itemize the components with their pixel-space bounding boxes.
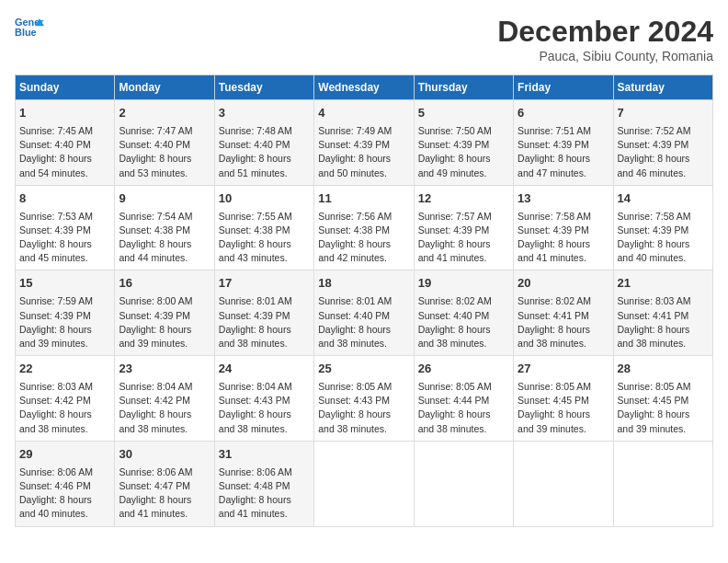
location-subtitle: Pauca, Sibiu County, Romania bbox=[497, 49, 713, 63]
calendar-cell: 6Sunrise: 7:51 AM Sunset: 4:39 PM Daylig… bbox=[514, 100, 613, 186]
weekday-header-wednesday: Wednesday bbox=[314, 75, 414, 100]
day-info: Sunrise: 8:01 AM Sunset: 4:39 PM Dayligh… bbox=[219, 294, 310, 350]
calendar-cell: 21Sunrise: 8:03 AM Sunset: 4:41 PM Dayli… bbox=[613, 270, 712, 356]
calendar-cell: 8Sunrise: 7:53 AM Sunset: 4:39 PM Daylig… bbox=[16, 185, 115, 270]
calendar-table: SundayMondayTuesdayWednesdayThursdayFrid… bbox=[15, 75, 713, 527]
calendar-body: 1Sunrise: 7:45 AM Sunset: 4:40 PM Daylig… bbox=[16, 100, 713, 527]
day-number: 24 bbox=[219, 361, 310, 378]
day-info: Sunrise: 8:05 AM Sunset: 4:43 PM Dayligh… bbox=[318, 380, 409, 436]
day-info: Sunrise: 7:58 AM Sunset: 4:39 PM Dayligh… bbox=[518, 210, 609, 266]
calendar-cell: 30Sunrise: 8:06 AM Sunset: 4:47 PM Dayli… bbox=[115, 441, 214, 526]
day-number: 26 bbox=[418, 361, 509, 378]
calendar-cell: 19Sunrise: 8:02 AM Sunset: 4:40 PM Dayli… bbox=[414, 270, 513, 356]
day-number: 3 bbox=[219, 105, 310, 122]
day-info: Sunrise: 8:06 AM Sunset: 4:47 PM Dayligh… bbox=[119, 465, 210, 522]
day-number: 10 bbox=[219, 190, 310, 208]
day-number: 12 bbox=[418, 190, 509, 208]
day-number: 27 bbox=[518, 361, 609, 378]
logo: General Blue bbox=[15, 15, 44, 40]
day-number: 16 bbox=[119, 275, 210, 293]
day-info: Sunrise: 8:04 AM Sunset: 4:43 PM Dayligh… bbox=[219, 380, 310, 436]
calendar-header-row: SundayMondayTuesdayWednesdayThursdayFrid… bbox=[16, 75, 713, 100]
day-info: Sunrise: 7:47 AM Sunset: 4:40 PM Dayligh… bbox=[119, 124, 210, 180]
calendar-cell: 27Sunrise: 8:05 AM Sunset: 4:45 PM Dayli… bbox=[514, 356, 613, 442]
calendar-cell: 9Sunrise: 7:54 AM Sunset: 4:38 PM Daylig… bbox=[115, 185, 214, 270]
day-number: 13 bbox=[518, 190, 609, 208]
day-info: Sunrise: 8:02 AM Sunset: 4:41 PM Dayligh… bbox=[518, 294, 609, 350]
day-info: Sunrise: 7:51 AM Sunset: 4:39 PM Dayligh… bbox=[518, 124, 609, 180]
calendar-week-3: 15Sunrise: 7:59 AM Sunset: 4:39 PM Dayli… bbox=[16, 270, 713, 356]
day-info: Sunrise: 8:00 AM Sunset: 4:39 PM Dayligh… bbox=[119, 294, 210, 350]
calendar-cell: 1Sunrise: 7:45 AM Sunset: 4:40 PM Daylig… bbox=[16, 100, 115, 186]
calendar-cell: 15Sunrise: 7:59 AM Sunset: 4:39 PM Dayli… bbox=[16, 270, 115, 356]
calendar-cell bbox=[314, 441, 414, 526]
day-number: 6 bbox=[518, 105, 609, 122]
day-info: Sunrise: 8:05 AM Sunset: 4:45 PM Dayligh… bbox=[518, 380, 609, 436]
day-info: Sunrise: 8:05 AM Sunset: 4:45 PM Dayligh… bbox=[618, 380, 709, 436]
calendar-week-5: 29Sunrise: 8:06 AM Sunset: 4:46 PM Dayli… bbox=[16, 441, 713, 526]
calendar-cell: 20Sunrise: 8:02 AM Sunset: 4:41 PM Dayli… bbox=[514, 270, 613, 356]
weekday-header-sunday: Sunday bbox=[16, 75, 115, 100]
day-info: Sunrise: 7:45 AM Sunset: 4:40 PM Dayligh… bbox=[19, 124, 110, 180]
month-title: December 2024 bbox=[497, 15, 713, 49]
day-number: 29 bbox=[19, 446, 110, 464]
day-info: Sunrise: 7:52 AM Sunset: 4:39 PM Dayligh… bbox=[618, 124, 709, 180]
day-number: 22 bbox=[19, 361, 110, 378]
day-number: 28 bbox=[618, 361, 709, 378]
page-header: General Blue December 2024 Pauca, Sibiu … bbox=[15, 15, 713, 63]
day-info: Sunrise: 7:58 AM Sunset: 4:39 PM Dayligh… bbox=[618, 210, 709, 266]
day-number: 21 bbox=[618, 275, 709, 293]
logo-icon: General Blue bbox=[15, 15, 44, 40]
svg-text:Blue: Blue bbox=[15, 27, 37, 38]
day-number: 15 bbox=[19, 275, 110, 293]
day-number: 5 bbox=[418, 105, 509, 122]
day-number: 8 bbox=[19, 190, 110, 208]
day-number: 20 bbox=[518, 275, 609, 293]
calendar-week-4: 22Sunrise: 8:03 AM Sunset: 4:42 PM Dayli… bbox=[16, 356, 713, 442]
day-number: 25 bbox=[318, 361, 409, 378]
day-info: Sunrise: 8:05 AM Sunset: 4:44 PM Dayligh… bbox=[418, 380, 509, 436]
weekday-header-friday: Friday bbox=[514, 75, 613, 100]
day-number: 7 bbox=[618, 105, 709, 122]
title-block: December 2024 Pauca, Sibiu County, Roman… bbox=[497, 15, 713, 63]
day-number: 19 bbox=[418, 275, 509, 293]
calendar-cell: 22Sunrise: 8:03 AM Sunset: 4:42 PM Dayli… bbox=[16, 356, 115, 442]
calendar-cell: 28Sunrise: 8:05 AM Sunset: 4:45 PM Dayli… bbox=[613, 356, 712, 442]
weekday-header-saturday: Saturday bbox=[613, 75, 712, 100]
day-info: Sunrise: 7:49 AM Sunset: 4:39 PM Dayligh… bbox=[318, 124, 409, 180]
weekday-header-monday: Monday bbox=[115, 75, 214, 100]
day-number: 30 bbox=[119, 446, 210, 464]
calendar-cell: 24Sunrise: 8:04 AM Sunset: 4:43 PM Dayli… bbox=[214, 356, 313, 442]
calendar-cell: 26Sunrise: 8:05 AM Sunset: 4:44 PM Dayli… bbox=[414, 356, 513, 442]
day-number: 11 bbox=[318, 190, 409, 208]
calendar-cell: 14Sunrise: 7:58 AM Sunset: 4:39 PM Dayli… bbox=[613, 185, 712, 270]
day-number: 23 bbox=[119, 361, 210, 378]
day-info: Sunrise: 7:57 AM Sunset: 4:39 PM Dayligh… bbox=[418, 210, 509, 266]
day-info: Sunrise: 7:59 AM Sunset: 4:39 PM Dayligh… bbox=[19, 294, 110, 350]
calendar-cell bbox=[514, 441, 613, 526]
day-number: 2 bbox=[119, 105, 210, 122]
calendar-cell: 23Sunrise: 8:04 AM Sunset: 4:42 PM Dayli… bbox=[115, 356, 214, 442]
day-number: 1 bbox=[19, 105, 110, 122]
day-number: 14 bbox=[618, 190, 709, 208]
weekday-header-tuesday: Tuesday bbox=[214, 75, 313, 100]
day-info: Sunrise: 7:55 AM Sunset: 4:38 PM Dayligh… bbox=[219, 210, 310, 266]
calendar-cell: 4Sunrise: 7:49 AM Sunset: 4:39 PM Daylig… bbox=[314, 100, 414, 186]
calendar-cell: 29Sunrise: 8:06 AM Sunset: 4:46 PM Dayli… bbox=[16, 441, 115, 526]
calendar-cell: 2Sunrise: 7:47 AM Sunset: 4:40 PM Daylig… bbox=[115, 100, 214, 186]
day-info: Sunrise: 7:54 AM Sunset: 4:38 PM Dayligh… bbox=[119, 210, 210, 266]
calendar-cell: 25Sunrise: 8:05 AM Sunset: 4:43 PM Dayli… bbox=[314, 356, 414, 442]
calendar-cell: 7Sunrise: 7:52 AM Sunset: 4:39 PM Daylig… bbox=[613, 100, 712, 186]
day-number: 9 bbox=[119, 190, 210, 208]
calendar-cell: 17Sunrise: 8:01 AM Sunset: 4:39 PM Dayli… bbox=[214, 270, 313, 356]
day-info: Sunrise: 7:48 AM Sunset: 4:40 PM Dayligh… bbox=[219, 124, 310, 180]
calendar-week-2: 8Sunrise: 7:53 AM Sunset: 4:39 PM Daylig… bbox=[16, 185, 713, 270]
day-info: Sunrise: 8:06 AM Sunset: 4:46 PM Dayligh… bbox=[19, 465, 110, 522]
calendar-cell bbox=[613, 441, 712, 526]
day-info: Sunrise: 7:56 AM Sunset: 4:38 PM Dayligh… bbox=[318, 210, 409, 266]
day-number: 17 bbox=[219, 275, 310, 293]
weekday-header-thursday: Thursday bbox=[414, 75, 513, 100]
calendar-cell: 5Sunrise: 7:50 AM Sunset: 4:39 PM Daylig… bbox=[414, 100, 513, 186]
day-info: Sunrise: 7:50 AM Sunset: 4:39 PM Dayligh… bbox=[418, 124, 509, 180]
calendar-cell: 11Sunrise: 7:56 AM Sunset: 4:38 PM Dayli… bbox=[314, 185, 414, 270]
